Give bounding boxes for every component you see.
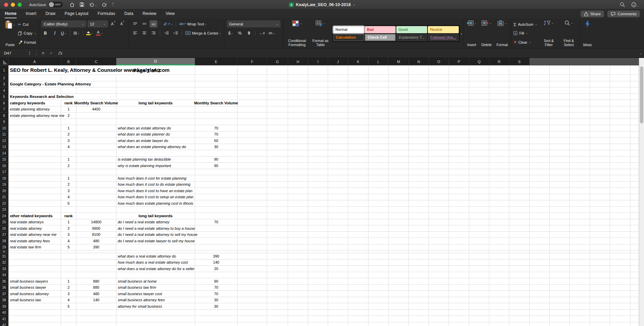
cell-E37[interactable]: 70 <box>195 291 238 297</box>
cell-I21[interactable] <box>308 194 328 201</box>
cell-Q19[interactable] <box>469 182 489 188</box>
cell-N29[interactable] <box>409 244 429 251</box>
paste-button[interactable]: ⌄ Paste <box>4 19 16 47</box>
merge-center-button[interactable]: Merge & Center ⌄ <box>185 29 222 37</box>
cell-K12[interactable] <box>348 138 368 144</box>
column-header-K[interactable]: K <box>348 58 368 65</box>
zoom-window-button[interactable] <box>18 3 22 7</box>
cell-A16[interactable] <box>8 163 61 169</box>
column-header-N[interactable]: N <box>409 58 429 65</box>
cell-R11[interactable] <box>489 131 509 138</box>
cell-C36[interactable]: 880 <box>76 285 116 291</box>
cell-M3[interactable] <box>389 81 409 88</box>
cell-E27[interactable] <box>195 232 238 238</box>
cell-F2[interactable] <box>238 75 267 81</box>
cell-S28[interactable] <box>509 238 530 244</box>
cell-H7[interactable] <box>288 106 308 113</box>
cell-M10[interactable] <box>389 125 409 131</box>
column-header-G[interactable]: G <box>267 58 288 65</box>
cell-A28[interactable]: real estate attorney fees <box>8 238 61 244</box>
cell-Q7[interactable] <box>469 106 489 113</box>
cell-J27[interactable] <box>328 232 348 238</box>
cell-F21[interactable] <box>238 194 267 201</box>
cell-J14[interactable] <box>328 150 348 157</box>
column-header-M[interactable]: M <box>389 58 409 65</box>
cell-P36[interactable] <box>449 285 469 291</box>
cell-D16[interactable]: why is estate planning important <box>116 163 195 169</box>
cell-L5[interactable] <box>368 94 389 100</box>
cell-L2[interactable] <box>368 75 389 81</box>
cell-M35[interactable] <box>389 278 409 285</box>
cell-C30[interactable] <box>76 250 116 253</box>
cell-Q40[interactable] <box>469 310 489 316</box>
cell-F1[interactable] <box>238 65 267 75</box>
cell-M25[interactable] <box>389 219 409 226</box>
cell-I1[interactable] <box>308 65 328 75</box>
cell-N3[interactable] <box>409 81 429 88</box>
cell-A2[interactable] <box>8 75 61 81</box>
cell-J20[interactable] <box>328 188 348 194</box>
cell-L20[interactable] <box>368 188 389 194</box>
row-header-14[interactable]: 14 <box>0 150 8 157</box>
cell-C28[interactable]: 480 <box>76 238 116 244</box>
search-button[interactable] <box>620 2 625 7</box>
cell-I27[interactable] <box>308 232 328 238</box>
cell-Q3[interactable] <box>469 81 489 88</box>
cell-F8[interactable] <box>238 113 267 119</box>
cell-J8[interactable] <box>328 113 348 119</box>
cell-K27[interactable] <box>348 232 368 238</box>
cell-I9[interactable] <box>308 119 328 125</box>
cell-G27[interactable] <box>267 232 288 238</box>
cell-C16[interactable] <box>76 163 116 169</box>
align-bottom-button[interactable] <box>150 20 157 27</box>
row-header-39[interactable]: 39 <box>0 303 8 310</box>
cell-J1[interactable] <box>328 65 348 75</box>
cell-J15[interactable] <box>328 157 348 163</box>
cell-S42[interactable] <box>509 322 530 326</box>
cell-L21[interactable] <box>368 194 389 201</box>
cell-A4[interactable] <box>8 87 61 94</box>
cell-D32[interactable]: how much does a real estate attorney cos… <box>116 260 195 266</box>
row-header-23[interactable]: 23 <box>0 207 8 213</box>
cell-M18[interactable] <box>389 175 409 182</box>
cell-L13[interactable] <box>368 144 389 150</box>
cell-M4[interactable] <box>389 87 409 94</box>
tab-draw[interactable]: Draw <box>45 9 55 18</box>
row-header-41[interactable]: 41 <box>0 316 8 322</box>
cell-P12[interactable] <box>449 138 469 144</box>
cell-C15[interactable] <box>76 157 116 163</box>
column-header-P[interactable]: P <box>449 58 469 65</box>
cell-C22[interactable] <box>76 200 116 207</box>
cell-K7[interactable] <box>348 106 368 113</box>
cell-O38[interactable] <box>429 297 449 304</box>
cell-S31[interactable] <box>509 253 530 260</box>
cell-M13[interactable] <box>389 144 409 150</box>
cell-M34[interactable] <box>389 272 409 279</box>
cell-R9[interactable] <box>489 119 509 125</box>
cell-A40[interactable] <box>8 310 61 316</box>
cell-M8[interactable] <box>389 113 409 119</box>
row-header-33[interactable]: 33 <box>0 266 8 272</box>
cell-C25[interactable]: 14800 <box>76 219 116 226</box>
cell-S20[interactable] <box>509 188 530 194</box>
cell-H38[interactable] <box>288 297 308 304</box>
cell-H6[interactable] <box>288 100 308 106</box>
cell-K23[interactable] <box>348 207 368 213</box>
cell-E10[interactable]: 70 <box>195 125 238 131</box>
fill-button[interactable]: Fill ⌄ <box>513 30 537 37</box>
bold-button[interactable]: B <box>41 29 49 37</box>
cell-I39[interactable] <box>308 303 328 310</box>
cell-P9[interactable] <box>449 119 469 125</box>
currency-format-button[interactable]: $⌄ <box>227 29 234 37</box>
cell-J37[interactable] <box>328 291 348 297</box>
cell-O8[interactable] <box>429 113 449 119</box>
cell-G13[interactable] <box>267 144 288 150</box>
cell-E17[interactable] <box>195 169 238 176</box>
column-header-O[interactable]: O <box>429 58 449 65</box>
cell-B17[interactable] <box>61 169 76 176</box>
cell-L24[interactable] <box>368 213 389 219</box>
minimize-window-button[interactable] <box>11 3 15 7</box>
cell-O10[interactable] <box>429 125 449 131</box>
cell-F27[interactable] <box>238 232 267 238</box>
cell-R32[interactable] <box>489 260 509 266</box>
